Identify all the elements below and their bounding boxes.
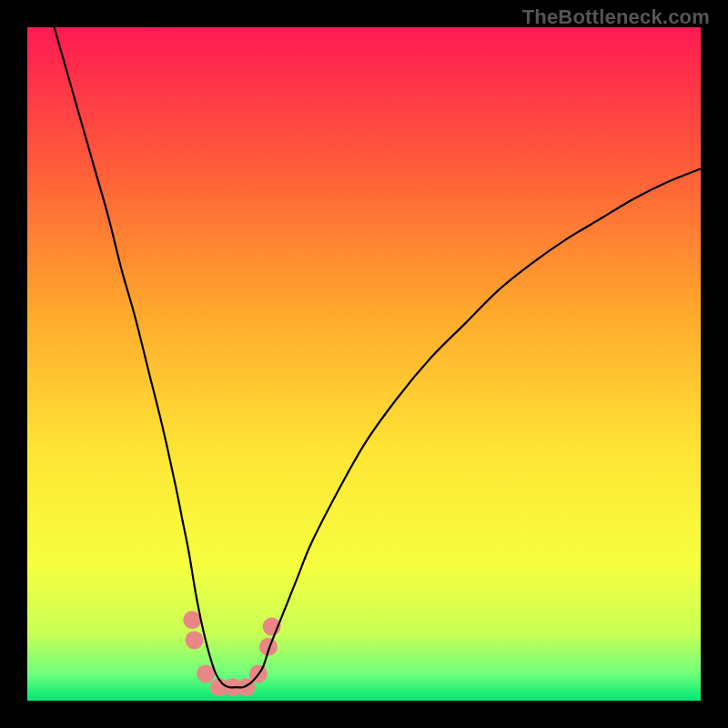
marker-point (197, 664, 215, 682)
chart-frame: TheBottleneck.com (0, 0, 728, 728)
chart-plot (27, 27, 701, 701)
chart-svg (27, 27, 701, 701)
marker-point (186, 631, 204, 649)
watermark-label: TheBottleneck.com (522, 5, 710, 29)
chart-background (27, 27, 701, 701)
